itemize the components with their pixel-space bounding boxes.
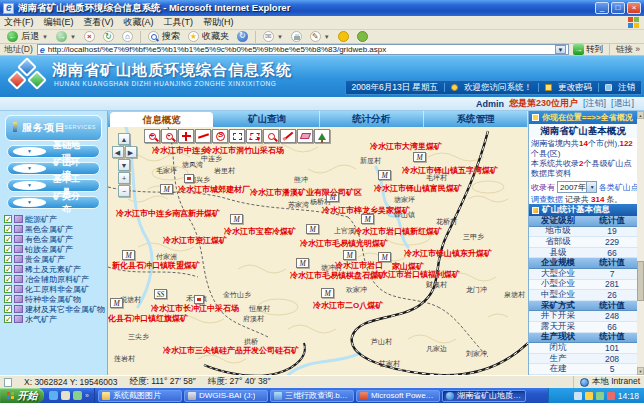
search-button[interactable]: 搜索 (145, 30, 183, 43)
task-button[interactable]: Microsoft PowerP... (356, 390, 440, 402)
module-tab[interactable]: 统计分析 (320, 111, 424, 127)
layer-checkbox[interactable] (4, 235, 12, 243)
layer-checkbox[interactable] (4, 315, 12, 323)
layer-checkbox[interactable] (4, 265, 12, 273)
tray-volume-icon[interactable] (607, 392, 615, 400)
back-dropdown-icon[interactable]: ▼ (42, 34, 48, 40)
mine-marker[interactable]: M (378, 170, 391, 180)
zoom-out-button[interactable]: − (118, 185, 130, 197)
map-tool-button[interactable] (144, 129, 160, 143)
map-tool-button[interactable] (195, 129, 211, 143)
back-button[interactable]: 后退▼ (4, 30, 51, 43)
layer-row[interactable]: 黑色金属矿产 (0, 224, 107, 234)
layer-checkbox[interactable] (4, 225, 12, 233)
mine-label[interactable]: 冷水江市铎山镇富民煤矿 (374, 183, 462, 194)
menu-item[interactable]: 文件(F) (4, 16, 34, 29)
scroll-down-icon[interactable]: ▼ (637, 367, 644, 375)
refresh-button[interactable] (100, 30, 117, 43)
pan-right-button[interactable]: ▶ (125, 146, 137, 158)
mine-label[interactable]: 冷水江市城郊建材厂 (178, 184, 250, 195)
quick-app-icon[interactable] (73, 391, 82, 400)
menu-item[interactable]: 查看(V) (84, 16, 114, 29)
exit-link[interactable]: [退出] (611, 97, 634, 110)
map-tool-button[interactable] (263, 129, 279, 143)
zoom-in-button[interactable]: + (118, 172, 130, 184)
links-label[interactable]: 链接 » (616, 44, 640, 56)
module-tab[interactable]: 信息概览 (110, 112, 213, 127)
forward-button[interactable]: ▼ (53, 30, 79, 43)
start-button[interactable]: 开始 (0, 388, 44, 403)
map-tool-button[interactable] (314, 129, 330, 143)
mine-marker[interactable]: SS (154, 289, 167, 299)
module-tab[interactable]: 系统管理 (424, 111, 528, 127)
logout-link-2[interactable]: [注销] (583, 97, 606, 110)
logout-link[interactable]: 注销 (618, 82, 635, 94)
mine-label[interactable]: 冷水江市中连乡南宫新井煤矿 (116, 208, 220, 219)
home-button[interactable] (119, 30, 136, 43)
mine-label[interactable]: 冷水江市三尖镇硅产品开发公司硅石矿 (163, 345, 299, 356)
scroll-up-icon[interactable]: ▲ (637, 111, 644, 119)
task-button[interactable]: DWGIS-BAI (J:) (184, 390, 268, 402)
address-dropdown-icon[interactable]: ▼ (555, 45, 566, 54)
sidebar-section-button[interactable]: 矿类分布 (7, 196, 100, 209)
discuss-button[interactable] (354, 30, 371, 43)
mine-label[interactable]: 冷水江市毛易镇棋盘石煤矿 (290, 270, 386, 281)
mine-label[interactable]: 冷水江市中连乡 (152, 145, 208, 156)
layer-row[interactable]: 有色金属矿产 (0, 234, 107, 244)
mine-marker[interactable]: M (321, 288, 334, 298)
map-canvas[interactable]: 中连乡毛家坪塘凤湾闵兴乡岩里村新屋村毛坪村熊冲苏家湾杨桥村塘家坪铎山镇花桥村三甲… (108, 127, 528, 375)
map-tool-button[interactable] (212, 129, 228, 143)
tray-display-icon[interactable] (574, 392, 582, 400)
mine-marker[interactable]: M (306, 224, 319, 234)
layer-checkbox[interactable] (4, 215, 12, 223)
map-tool-button[interactable] (297, 129, 313, 143)
edit-button[interactable]: ▼ (307, 30, 333, 43)
layer-row[interactable]: 冶金辅助原料矿产 (0, 274, 107, 284)
pan-down-button[interactable]: ▼ (118, 159, 130, 171)
go-button[interactable]: 转到 (573, 44, 603, 56)
layer-row[interactable]: 铂族金属矿产 (0, 244, 107, 254)
mine-marker[interactable]: M (296, 258, 309, 268)
mine-label[interactable]: 冷水江市潘溪矿业有限公司矿区 (250, 187, 362, 198)
tray-ime-icon[interactable] (585, 392, 593, 400)
mine-label[interactable]: 冷水江市资江煤矿 (163, 235, 227, 246)
year-select[interactable]: 2007年 ▼ (557, 181, 597, 193)
change-password-link[interactable]: 更改密码 (558, 82, 592, 94)
layer-row[interactable]: 贵金属矿产 (0, 254, 107, 264)
task-button[interactable]: 系统截图图片 (98, 390, 182, 402)
mine-label[interactable]: 冷水江市宝窑冷煤矿 (224, 226, 296, 237)
module-tab[interactable]: 矿山查询 (215, 111, 319, 127)
maximize-button[interactable]: □ (611, 2, 625, 14)
menu-item[interactable]: 编辑(E) (44, 16, 74, 29)
edit-dropdown-icon[interactable]: ▼ (324, 34, 330, 40)
task-button[interactable]: 湖南省矿山地质环... (442, 390, 526, 402)
mail-button[interactable]: ▼ (260, 30, 286, 43)
layer-checkbox[interactable] (4, 245, 12, 253)
mine-label[interactable]: 冷水江市岩口镇新红煤矿 (354, 226, 442, 237)
mine-label[interactable]: 冷水江市洞竹山采石场 (204, 145, 284, 156)
pan-up-button[interactable]: ▲ (118, 133, 130, 145)
mine-label[interactable]: 新化县石冲口镇联盟煤矿 (112, 260, 200, 271)
mine-label[interactable]: 冷水江市铎山镇东升煤矿 (404, 248, 492, 259)
mine-label[interactable]: 冷水江市毛易镇光明煤矿 (300, 238, 388, 249)
menu-item[interactable]: 收藏(A) (124, 16, 154, 29)
mine-label[interactable]: 冷水江市大湾里煤矿 (370, 141, 442, 152)
menu-item[interactable]: 工具(T) (164, 16, 194, 29)
layer-row[interactable]: 特种非金属矿物 (0, 294, 107, 304)
layer-row[interactable]: 能源矿产 (0, 214, 107, 224)
mine-label[interactable]: 新化县石冲口镇红旗煤矿 (108, 313, 188, 324)
scrollbar-thumb[interactable] (637, 261, 644, 301)
layer-row[interactable]: 稀土及元素矿产 (0, 264, 107, 274)
mine-label[interactable]: 冷水江市梓龙乡吴家煤矿 (322, 205, 410, 216)
select-arrow-icon[interactable]: ▼ (586, 182, 596, 192)
map-tool-button[interactable] (178, 129, 194, 143)
menu-item[interactable]: 帮助(H) (203, 16, 234, 29)
map-tool-button[interactable] (280, 129, 296, 143)
layer-row[interactable]: 水气矿产 (0, 314, 107, 324)
address-input[interactable]: e http://localhost/%e7%9f%bf%e5%b1%b1%e5… (37, 44, 569, 55)
mine-marker[interactable]: M (160, 184, 173, 194)
layer-checkbox[interactable] (4, 295, 12, 303)
mine-marker[interactable] (184, 174, 194, 183)
favorites-button[interactable]: 收藏夹 (185, 30, 232, 43)
tray-network-icon[interactable] (596, 392, 604, 400)
